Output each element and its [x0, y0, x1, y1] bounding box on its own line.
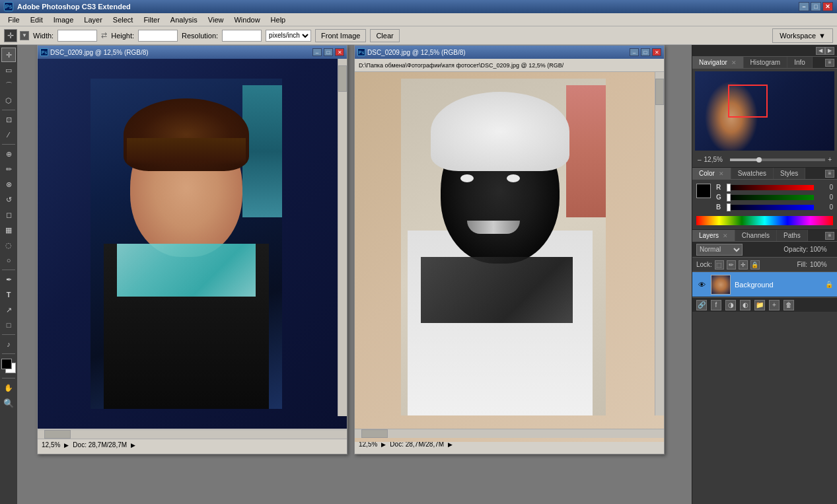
doc1-status-arrow[interactable]: ▶: [131, 442, 135, 449]
add-adjustment-button[interactable]: ◐: [740, 300, 750, 310]
tab-color[interactable]: Color ✕: [692, 168, 731, 179]
doc1-maximize-button[interactable]: □: [324, 48, 333, 56]
color-panel-menu-button[interactable]: ≡: [825, 170, 834, 178]
doc1-vscroll[interactable]: [338, 59, 347, 416]
doc2-nav-icon[interactable]: ▶: [381, 441, 386, 448]
crop-tool[interactable]: ⊡: [1, 112, 16, 127]
layer-visibility-button[interactable]: 👁: [696, 279, 707, 290]
lock-image-button[interactable]: ✏: [727, 260, 736, 270]
close-button[interactable]: ✕: [822, 2, 833, 11]
layers-panel-menu-button[interactable]: ≡: [825, 232, 834, 240]
menu-item-layer[interactable]: Layer: [79, 15, 108, 25]
lasso-tool[interactable]: ⌒: [1, 78, 16, 92]
maximize-button[interactable]: □: [811, 2, 821, 11]
brush-tool[interactable]: ✏: [1, 162, 16, 176]
tab-swatches[interactable]: Swatches: [731, 168, 774, 179]
blue-slider[interactable]: [727, 205, 814, 210]
menu-item-select[interactable]: Select: [108, 15, 139, 25]
resolution-unit-select[interactable]: pixels/inch: [266, 30, 311, 42]
doc1-vscroll-thumb[interactable]: [338, 65, 347, 92]
green-slider[interactable]: [727, 195, 814, 200]
tab-info[interactable]: Info: [787, 57, 813, 68]
hand-tool[interactable]: ✋: [1, 380, 16, 395]
blur-tool[interactable]: ◌: [1, 238, 16, 252]
width-input[interactable]: [57, 30, 97, 42]
clone-stamp-tool[interactable]: ⊗: [1, 177, 16, 192]
blue-slider-thumb[interactable]: [727, 203, 731, 211]
color-tab-close[interactable]: ✕: [719, 170, 724, 177]
blend-mode-select[interactable]: Normal: [696, 244, 743, 256]
nav-preview-box[interactable]: [728, 85, 768, 118]
doc1-minimize-button[interactable]: –: [312, 48, 322, 56]
green-slider-thumb[interactable]: [727, 194, 731, 201]
menu-item-view[interactable]: View: [203, 15, 229, 25]
marquee-tool[interactable]: ▭: [1, 63, 16, 77]
zoom-out-icon[interactable]: –: [698, 156, 702, 163]
menu-item-image[interactable]: Image: [48, 15, 79, 25]
lock-transparent-button[interactable]: ⬚: [715, 260, 724, 270]
layer-background[interactable]: 👁 Background 🔒: [692, 272, 837, 297]
zoom-slider[interactable]: [730, 159, 826, 161]
doc2-canvas[interactable]: [355, 72, 664, 442]
rectangle-tool[interactable]: □: [1, 318, 16, 332]
doc2-hscroll-thumb[interactable]: [361, 429, 388, 438]
doc2-maximize-button[interactable]: □: [641, 48, 650, 56]
history-brush-tool[interactable]: ↺: [1, 192, 16, 207]
tab-navigator[interactable]: Navigator ✕: [692, 57, 744, 68]
lock-all-button[interactable]: 🔒: [750, 260, 760, 270]
doc2-close-button[interactable]: ✕: [652, 48, 661, 56]
navigator-tab-close[interactable]: ✕: [731, 59, 737, 66]
color-spectrum[interactable]: [696, 216, 833, 225]
clear-button[interactable]: Clear: [370, 29, 399, 42]
notes-tool[interactable]: ♪: [1, 337, 16, 351]
color-swatches[interactable]: [1, 359, 16, 373]
red-slider[interactable]: [727, 185, 814, 190]
delete-layer-button[interactable]: 🗑: [783, 300, 794, 310]
opacity-value[interactable]: 100%: [810, 246, 833, 253]
zoom-tool[interactable]: 🔍: [1, 396, 16, 410]
text-tool[interactable]: T: [1, 287, 16, 302]
zoom-in-icon[interactable]: +: [828, 156, 832, 163]
move-tool[interactable]: ✛: [1, 48, 16, 62]
minimize-button[interactable]: –: [799, 2, 809, 11]
doc1-hscroll[interactable]: [38, 429, 347, 439]
tool-options-arrow[interactable]: ▼: [20, 31, 29, 40]
menu-item-help[interactable]: Help: [266, 15, 291, 25]
eraser-tool[interactable]: ◻: [1, 207, 16, 222]
doc2-hscroll[interactable]: [355, 429, 664, 438]
tab-styles[interactable]: Styles: [774, 168, 805, 179]
tab-layers[interactable]: Layers ✕: [692, 230, 735, 241]
tab-channels[interactable]: Channels: [735, 230, 777, 241]
width-height-swap[interactable]: ⇄: [101, 31, 107, 40]
menu-item-file[interactable]: File: [3, 15, 25, 25]
red-slider-thumb[interactable]: [727, 184, 731, 192]
layers-tab-close[interactable]: ✕: [723, 233, 728, 239]
panel-menu-button[interactable]: ≡: [825, 59, 834, 67]
path-selection-tool[interactable]: ↗: [1, 303, 16, 317]
lock-position-button[interactable]: ✛: [739, 260, 748, 270]
menu-item-analysis[interactable]: Analysis: [165, 15, 203, 25]
eyedropper-tool[interactable]: ∕: [1, 127, 16, 142]
gradient-tool[interactable]: ▦: [1, 223, 16, 237]
doc1-close-button[interactable]: ✕: [335, 48, 344, 56]
doc2-vscroll-thumb[interactable]: [655, 79, 664, 105]
healing-brush-tool[interactable]: ⊕: [1, 147, 16, 161]
zoom-slider-thumb[interactable]: [756, 157, 762, 162]
add-mask-button[interactable]: ◑: [725, 300, 736, 310]
doc1-hscroll-thumb[interactable]: [44, 430, 71, 439]
collapse-top-button[interactable]: ◀: [816, 47, 825, 55]
add-layer-button[interactable]: +: [769, 300, 780, 310]
add-fx-button[interactable]: f: [711, 300, 721, 310]
fill-value[interactable]: 100%: [810, 261, 833, 268]
tab-paths[interactable]: Paths: [777, 230, 808, 241]
doc2-status-arrow[interactable]: ▶: [448, 441, 453, 448]
quick-select-tool[interactable]: ⬡: [1, 93, 16, 108]
doc2-minimize-button[interactable]: –: [630, 48, 639, 56]
foreground-color-swatch[interactable]: [1, 359, 12, 369]
doc2-vscroll[interactable]: [655, 72, 664, 415]
pen-tool[interactable]: ✒: [1, 272, 16, 287]
menu-item-window[interactable]: Window: [229, 15, 265, 25]
front-image-button[interactable]: Front Image: [315, 29, 366, 42]
dodge-tool[interactable]: ○: [1, 253, 16, 268]
add-group-button[interactable]: 📁: [754, 300, 765, 310]
